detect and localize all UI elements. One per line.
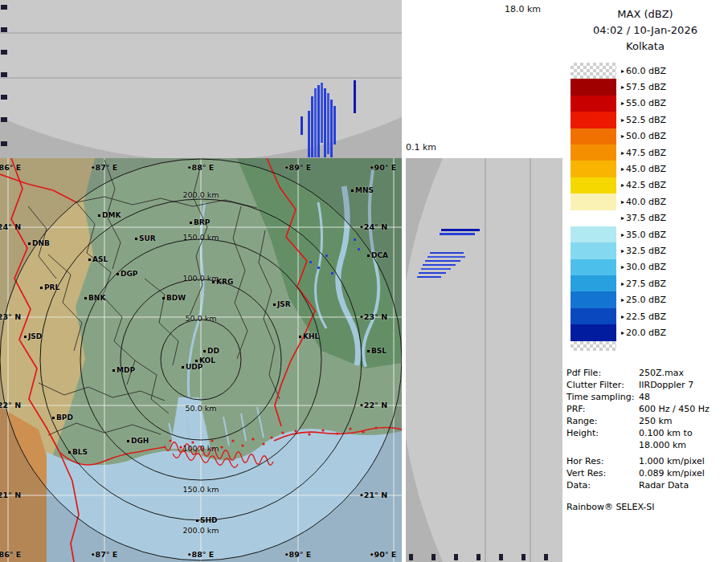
radar-echo-bar	[327, 93, 329, 154]
station-dot	[190, 222, 192, 224]
dbz-value: 50.0 dBZ	[626, 131, 666, 141]
station-label: DGH	[127, 437, 149, 445]
station-name: BLS	[72, 448, 88, 456]
station-name: DGH	[131, 437, 149, 445]
lon-text: 88° E	[192, 550, 215, 559]
lat-text: 22° N	[364, 401, 387, 409]
product-title: MAX (dBZ)	[562, 6, 728, 22]
radar-echo-bar	[330, 100, 333, 157]
axis-tick	[544, 554, 548, 560]
dbz-scale-row: ▸45.0 dBZ	[571, 161, 723, 177]
dbz-swatch	[571, 112, 616, 128]
scale-tick-icon: ▸	[621, 247, 624, 255]
station-label: BRP	[190, 218, 210, 226]
lon-text: 88° E	[192, 163, 215, 172]
dbz-value: 40.0 dBZ	[626, 197, 666, 207]
dbz-swatch	[571, 96, 616, 112]
range-ring-label: 200.0 km	[183, 190, 219, 199]
lon-label: ◆89° E	[285, 163, 312, 172]
station-dot	[84, 297, 87, 299]
station-name: DCA	[371, 251, 388, 259]
station-name: MDP	[117, 366, 135, 374]
axis-tick	[1, 27, 7, 32]
info-label: Time sampling:	[566, 392, 634, 402]
dbz-value: 57.5 dBZ	[626, 82, 666, 92]
dbz-value: 30.0 dBZ	[626, 262, 666, 272]
beam-blind-zone	[406, 158, 443, 562]
lat-label: ◆24° N	[0, 222, 21, 231]
station-name: DNB	[32, 239, 50, 247]
scale-tick-icon: ▸	[621, 116, 624, 124]
dbz-label: ▸45.0 dBZ	[616, 164, 666, 174]
radar-echo-bar	[301, 116, 303, 135]
lon-text: 86° E	[0, 550, 21, 559]
info-value: 0.089 km/pixel	[639, 468, 705, 479]
info-row: Time sampling:48	[562, 392, 728, 404]
dbz-scale-row: ▸37.5 dBZ	[571, 210, 723, 226]
dbz-label: ▸35.0 dBZ	[616, 230, 666, 240]
scale-tick-icon: ▸	[621, 329, 624, 336]
lon-text: 86° E	[0, 163, 21, 172]
info-label: Clutter Filter:	[566, 380, 624, 390]
grid-tick-icon: ◆	[285, 165, 288, 169]
radar-echo-bar	[311, 96, 313, 157]
lat-label: ◆24° N	[360, 222, 387, 231]
lon-label: ◆86° E	[0, 163, 21, 172]
radar-echo-pixel	[331, 272, 333, 275]
dbz-label: ▸52.5 dBZ	[616, 115, 666, 125]
scale-tick-icon: ▸	[621, 181, 624, 189]
scale-tick-icon: ▸	[621, 313, 624, 320]
station-dot	[367, 255, 370, 257]
station-dot	[40, 287, 43, 289]
station-dot	[203, 350, 206, 352]
station-dot	[273, 303, 276, 306]
station-label: JSD	[24, 332, 42, 340]
lon-label: ◆88° E	[188, 163, 215, 172]
info-value: 600 Hz / 450 Hz	[639, 404, 710, 414]
dbz-value: 60.0 dBZ	[626, 66, 666, 76]
station-dot	[68, 451, 71, 454]
lat-text: 21° N	[0, 491, 21, 499]
scale-tick-icon: ▸	[621, 280, 624, 287]
info-row: Hor Res:1.000 km/pixel	[562, 456, 728, 468]
lat-label: ◆22° N	[360, 401, 387, 409]
dbz-label: ▸20.0 dBZ	[616, 328, 666, 338]
dbz-scale-row: ▸27.5 dBZ	[571, 275, 723, 291]
station-dot	[98, 214, 100, 217]
station-label: SUR	[135, 234, 156, 242]
grid-tick-icon: ◆	[92, 165, 95, 169]
station-name: BDW	[166, 294, 186, 302]
station-name: DD	[207, 347, 219, 355]
dbz-value: 42.5 dBZ	[626, 180, 666, 190]
radar-echo-pixel	[325, 255, 328, 257]
station-name: KRG	[216, 278, 233, 286]
station-label: DNB	[28, 239, 50, 247]
radar-echo-bar	[317, 85, 320, 157]
dbz-value: 27.5 dBZ	[626, 279, 666, 289]
station-name: BNK	[88, 294, 105, 302]
dbz-swatch	[571, 63, 616, 79]
info-value: IIRDoppler 7	[639, 380, 693, 390]
dbz-scale-row: ▸55.0 dBZ	[571, 96, 723, 112]
range-ring-label: 50.0 km	[186, 314, 217, 323]
grid-tick-icon: ◆	[360, 224, 363, 229]
scale-tick-icon: ▸	[621, 296, 624, 303]
station-name: SHD	[200, 516, 218, 524]
dbz-swatch	[571, 259, 616, 275]
scale-tick-icon: ▸	[621, 83, 624, 91]
station-label: PRL	[40, 283, 59, 291]
scale-tick-icon: ▸	[621, 214, 624, 222]
info-value: 250Z.max	[639, 368, 684, 378]
lat-text: 24° N	[0, 222, 21, 231]
lon-label: ◆90° E	[370, 550, 397, 559]
info-label: Pdf File:	[566, 368, 601, 378]
height-axis-max-label: 18.0 km	[505, 4, 541, 14]
station-dot	[182, 366, 184, 369]
info-label: Range:	[566, 416, 598, 426]
dbz-scale-row: ▸52.5 dBZ	[571, 112, 723, 128]
radar-echo-bar	[308, 111, 310, 157]
lat-text: 23° N	[364, 312, 387, 321]
info-row: Clutter Filter:IIRDoppler 7	[562, 380, 728, 392]
dbz-scale-row: ▸25.0 dBZ	[571, 291, 723, 307]
lat-text: 22° N	[0, 401, 21, 409]
